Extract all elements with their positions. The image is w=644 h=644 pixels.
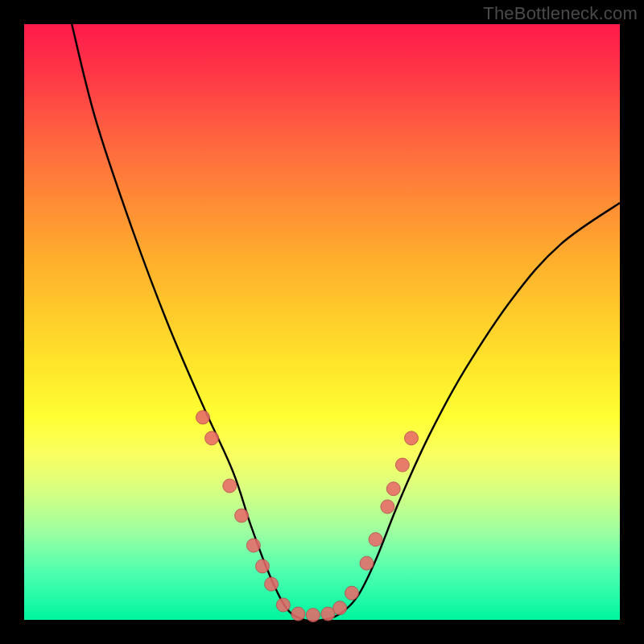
curve-marker	[291, 607, 305, 621]
curve-marker	[246, 539, 260, 552]
curve-marker	[345, 586, 359, 600]
chart-stage: TheBottleneck.com	[0, 0, 644, 644]
curve-marker	[235, 509, 249, 522]
plot-area	[24, 24, 620, 620]
curve-marker	[386, 482, 400, 496]
curve-marker	[223, 479, 237, 493]
curve-marker	[306, 609, 320, 622]
watermark-text: TheBottleneck.com	[483, 3, 638, 24]
curve-layer	[24, 24, 620, 620]
curve-marker	[360, 556, 374, 570]
curve-markers	[196, 411, 419, 622]
curve-marker	[276, 598, 290, 612]
curve-marker	[256, 559, 270, 573]
curve-marker	[196, 411, 210, 424]
curve-marker	[369, 533, 382, 547]
curve-marker	[381, 500, 394, 514]
bottleneck-curve-path	[72, 24, 620, 621]
curve-marker	[395, 458, 409, 472]
curve-marker	[405, 431, 419, 445]
curve-marker	[265, 577, 279, 591]
curve-marker	[333, 601, 347, 615]
curve-marker	[205, 431, 219, 445]
